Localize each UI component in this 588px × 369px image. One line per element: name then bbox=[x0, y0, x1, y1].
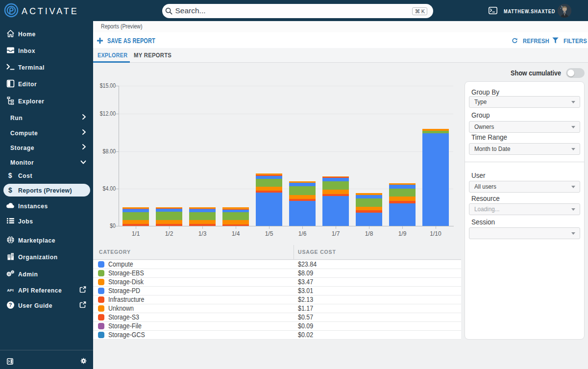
svg-text:?: ? bbox=[8, 302, 12, 308]
